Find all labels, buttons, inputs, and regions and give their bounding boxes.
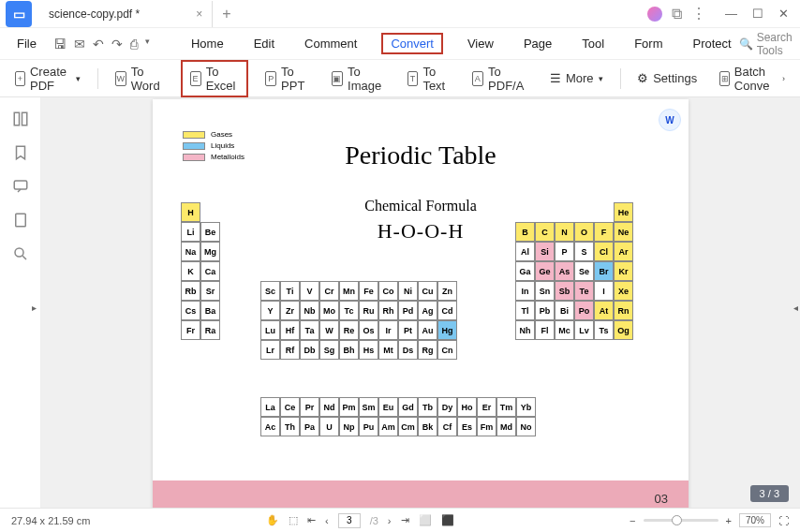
element-block-f: LaCePrNdPmSmEuGdTbDyHoErTmYbAcThPaUNpPuA…	[260, 397, 536, 436]
element-cell: F	[594, 222, 614, 242]
element-cell: Hg	[437, 320, 457, 340]
convert-toolbar: + Create PDF ▾ WTo Word ETo Excel PTo PP…	[0, 60, 800, 97]
tab-protect[interactable]: Protect	[687, 33, 736, 54]
share-icon[interactable]: ⧉	[672, 6, 682, 22]
element-cell: Ba	[200, 301, 220, 320]
gear-icon: ⚙	[637, 71, 648, 85]
excel-icon: E	[190, 71, 201, 86]
first-page-icon[interactable]: ⇤	[307, 514, 316, 526]
expand-right-icon[interactable]: ◂	[793, 303, 798, 313]
legend-swatch-gases	[183, 131, 205, 139]
hamburger-icon: ☰	[550, 71, 561, 85]
more-button[interactable]: ☰More▾	[544, 67, 609, 89]
minimize-icon[interactable]: —	[725, 7, 737, 21]
to-text-button[interactable]: TTo Text	[402, 61, 455, 96]
word-icon: W	[115, 71, 126, 86]
undo-icon[interactable]: ↶	[93, 37, 104, 52]
element-cell: Yb	[516, 397, 536, 417]
element-cell: Ac	[260, 417, 280, 436]
tab-comment[interactable]: Comment	[299, 33, 363, 54]
expand-rail-icon[interactable]: ▸	[32, 303, 37, 313]
fullscreen-icon[interactable]: ⛶	[778, 515, 789, 526]
element-cell: Rb	[181, 281, 200, 301]
next-page-icon[interactable]: ›	[388, 515, 392, 526]
prev-page-icon[interactable]: ‹	[325, 515, 329, 526]
select-tool-icon[interactable]: ⬚	[289, 514, 298, 526]
fit-width-icon[interactable]: ⬛	[441, 514, 454, 526]
tab-edit[interactable]: Edit	[248, 33, 280, 54]
new-tab-button[interactable]: +	[213, 6, 240, 22]
last-page-icon[interactable]: ⇥	[401, 514, 409, 526]
title-bar: ▭ science-copy.pdf * × + ⧉ ⋮ — ☐ ✕	[0, 0, 800, 28]
zoom-slider[interactable]	[644, 519, 719, 522]
element-cell: Rh	[378, 301, 398, 320]
fit-page-icon[interactable]: ⬜	[419, 514, 432, 526]
tab-form[interactable]: Form	[629, 33, 668, 54]
element-cell: Ta	[300, 320, 319, 340]
close-tab-icon[interactable]: ×	[196, 7, 202, 21]
element-cell: Ne	[614, 222, 633, 242]
element-cell: Cu	[418, 281, 437, 301]
zoom-value[interactable]: 70%	[739, 513, 771, 527]
tab-title: science-copy.pdf *	[49, 7, 140, 21]
element-cell: Ga	[515, 261, 535, 281]
to-image-button[interactable]: ▣To Image	[326, 61, 391, 96]
bookmark-icon[interactable]	[12, 144, 29, 161]
svg-point-4	[15, 248, 23, 257]
element-cell: Au	[418, 320, 437, 340]
element-cell: No	[516, 417, 536, 436]
grid-icon: ⊞	[719, 71, 730, 86]
element-cell: Zn	[437, 281, 457, 301]
to-pdfa-button[interactable]: ATo PDF/A	[467, 61, 533, 96]
document-viewport[interactable]: W Gases Liquids Metalloids Periodic Tabl…	[41, 97, 800, 508]
element-block-p: HeBCNOFNeAlSiPSClArGaGeAsSeBrKrInSnSbTeI…	[515, 202, 633, 340]
element-cell: Gd	[398, 397, 418, 417]
search-rail-icon[interactable]	[12, 245, 29, 262]
quick-convert-badge[interactable]: W	[659, 109, 681, 131]
maximize-icon[interactable]: ☐	[752, 7, 763, 21]
print-icon[interactable]: ⎙	[130, 37, 138, 52]
kebab-menu-icon[interactable]: ⋮	[691, 5, 706, 22]
element-cell: Zr	[280, 301, 300, 320]
element-cell: Nd	[319, 397, 339, 417]
zoom-in-icon[interactable]: +	[726, 515, 732, 526]
hand-tool-icon[interactable]: ✋	[266, 514, 279, 526]
search-tools[interactable]: 🔍 Search Tools	[739, 31, 793, 57]
document-tab[interactable]: science-copy.pdf * ×	[39, 1, 213, 27]
to-excel-button[interactable]: ETo Excel	[181, 60, 249, 97]
to-ppt-button[interactable]: PTo PPT	[259, 61, 314, 96]
tab-home[interactable]: Home	[185, 33, 230, 54]
tab-page[interactable]: Page	[518, 33, 557, 54]
create-pdf-button[interactable]: + Create PDF ▾	[9, 61, 86, 96]
element-cell: Sn	[535, 281, 555, 301]
svg-rect-0	[14, 112, 19, 126]
close-icon[interactable]: ✕	[778, 7, 789, 21]
zoom-out-icon[interactable]: −	[630, 515, 635, 526]
element-cell: Ag	[418, 301, 437, 320]
element-cell: Lu	[260, 320, 280, 340]
mail-icon[interactable]: ✉	[74, 37, 85, 52]
element-cell: Tb	[418, 397, 437, 417]
page-input[interactable]	[338, 513, 361, 528]
element-cell: Tm	[496, 397, 516, 417]
element-cell: Pm	[339, 397, 359, 417]
tab-view[interactable]: View	[462, 33, 499, 54]
file-menu[interactable]: File	[9, 33, 44, 54]
thumbnails-icon[interactable]	[12, 111, 29, 127]
batch-convert-button[interactable]: ⊞Batch Conve›	[714, 61, 791, 96]
settings-button[interactable]: ⚙Settings	[631, 67, 703, 89]
search-icon: 🔍	[739, 37, 753, 51]
chevron-down-icon[interactable]: ▾	[145, 37, 150, 52]
tab-tool[interactable]: Tool	[576, 33, 610, 54]
element-cell: Np	[339, 417, 359, 436]
attachment-icon[interactable]	[12, 212, 29, 229]
to-word-button[interactable]: WTo Word	[110, 61, 170, 96]
element-cell: Pt	[398, 320, 418, 340]
tab-convert[interactable]: Convert	[381, 33, 443, 54]
save-icon[interactable]: 🖫	[53, 37, 67, 52]
redo-icon[interactable]: ↷	[111, 37, 123, 52]
comment-icon[interactable]	[12, 178, 29, 195]
account-badge-icon[interactable]	[647, 7, 662, 22]
ppt-icon: P	[265, 71, 276, 86]
element-cell: Rf	[280, 340, 300, 360]
